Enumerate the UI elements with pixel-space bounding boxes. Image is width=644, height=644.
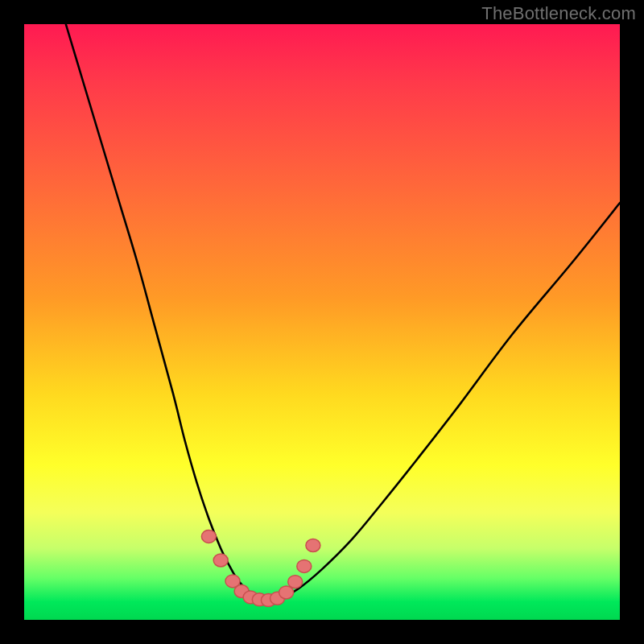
curve-marker (279, 586, 294, 599)
plot-area (24, 24, 620, 620)
curve-marker (213, 554, 228, 567)
curve-marker (297, 559, 312, 572)
curve-marker (288, 576, 303, 588)
curve-marker (201, 530, 216, 543)
curve-markers (201, 530, 320, 606)
curve-svg (24, 24, 620, 620)
watermark-text: TheBottleneck.com (481, 3, 636, 24)
bottleneck-curve (66, 24, 620, 601)
chart-container: TheBottleneck.com (0, 0, 644, 644)
curve-marker (306, 539, 320, 552)
